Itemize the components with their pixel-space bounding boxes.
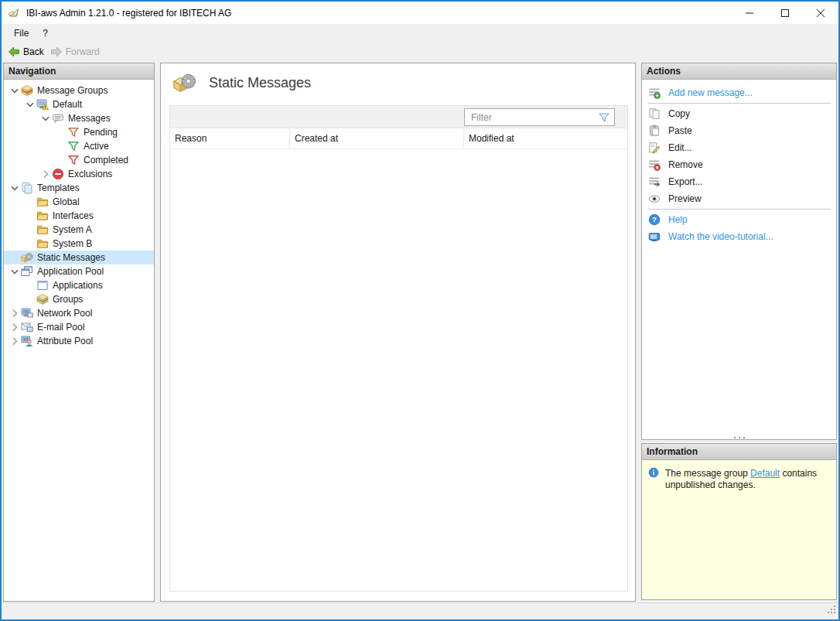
tree-item-global[interactable]: Global: [4, 195, 154, 209]
actions-splitter-handle[interactable]: [642, 433, 836, 438]
tree-item-default[interactable]: Default: [4, 97, 154, 111]
tree-item-system-b[interactable]: System B: [4, 237, 154, 251]
tree-item-attribute-pool[interactable]: Attribute Pool: [4, 334, 154, 348]
network-pool-icon: [21, 307, 33, 319]
minimize-button[interactable]: [732, 2, 767, 24]
chevron-spacer: [9, 251, 21, 264]
resize-grip[interactable]: [827, 604, 837, 618]
default-group-link[interactable]: Default: [750, 468, 780, 479]
templates-icon: [21, 182, 33, 194]
action-label: Add new message...: [668, 87, 753, 98]
action-help[interactable]: ?Help: [642, 211, 836, 228]
action-copy[interactable]: Copy: [642, 105, 836, 122]
tree-item-message-groups[interactable]: Message Groups: [4, 84, 154, 97]
static-messages-icon: [21, 251, 33, 264]
action-remove[interactable]: Remove: [642, 156, 836, 173]
folder-icon: [36, 223, 49, 236]
chevron-right-icon[interactable]: [9, 307, 21, 319]
tree-item-pending[interactable]: Pending: [4, 125, 154, 139]
chevron-spacer: [55, 140, 67, 152]
action-add-new-message[interactable]: Add new message...: [642, 84, 836, 101]
chevron-down-icon[interactable]: [9, 182, 21, 194]
close-button[interactable]: [803, 2, 838, 24]
action-label: Export...: [668, 176, 703, 187]
column-header-reason[interactable]: Reason: [170, 128, 289, 148]
tree-item-label: Static Messages: [37, 252, 105, 263]
actions-separator: [647, 209, 831, 210]
chevron-right-icon[interactable]: [9, 321, 21, 333]
navigation-header: Navigation: [4, 63, 154, 80]
funnel-red-icon: [67, 154, 80, 166]
tree-item-label: Exclusions: [68, 169, 112, 179]
filter-input[interactable]: [465, 112, 598, 123]
action-export[interactable]: Export...: [642, 173, 836, 190]
action-label: Preview: [668, 193, 702, 204]
action-label: Help: [668, 214, 688, 225]
information-message: The message group Default contains unpub…: [642, 460, 836, 491]
maximize-button[interactable]: [767, 2, 803, 24]
tree-item-label: System B: [53, 238, 92, 249]
actions-panel: Actions Add new message...CopyPasteEdit.…: [641, 63, 837, 440]
tree-item-label: Pending: [84, 127, 118, 138]
status-bar: [2, 602, 838, 619]
video-icon: [648, 230, 661, 243]
title-bar[interactable]: IBI-aws Admin 1.21.0 - registered for IB…: [2, 2, 838, 24]
window-title: IBI-aws Admin 1.21.0 - registered for IB…: [26, 8, 231, 19]
tree-item-messages[interactable]: Messages: [4, 111, 154, 125]
forward-label: Forward: [66, 46, 100, 57]
action-label: Watch the video-tutorial...: [668, 231, 773, 242]
menu-bar: File ?: [2, 24, 838, 42]
action-paste[interactable]: Paste: [642, 122, 836, 139]
action-edit[interactable]: Edit...: [642, 139, 836, 156]
chevron-spacer: [24, 196, 36, 208]
tree-item-system-a[interactable]: System A: [4, 223, 154, 237]
tree-item-templates[interactable]: Templates: [4, 181, 154, 195]
tree-item-applications[interactable]: Applications: [4, 278, 154, 292]
chevron-right-icon[interactable]: [39, 168, 52, 180]
tree-item-completed[interactable]: Completed: [4, 153, 154, 167]
chevron-down-icon[interactable]: [9, 265, 21, 278]
tree-item-network-pool[interactable]: Network Pool: [4, 306, 154, 320]
client-area: Navigation Message GroupsDefaultMessages…: [2, 61, 838, 602]
forward-button[interactable]: Forward: [49, 44, 104, 60]
applications-icon: [36, 279, 49, 292]
navigation-tree: Message GroupsDefaultMessagesPendingActi…: [4, 80, 154, 348]
tree-item-active[interactable]: Active: [4, 139, 154, 153]
menu-file[interactable]: File: [7, 26, 36, 41]
page-title: Static Messages: [209, 75, 311, 91]
chevron-down-icon[interactable]: [39, 112, 52, 125]
action-watch-the-video-tutorial[interactable]: Watch the video-tutorial...: [642, 228, 836, 245]
funnel-orange-icon: [67, 126, 80, 138]
menu-help[interactable]: ?: [36, 26, 55, 41]
tree-item-groups[interactable]: Groups: [4, 292, 154, 306]
column-header-modified-at[interactable]: Modified at: [463, 128, 627, 148]
info-text-before: The message group: [665, 468, 750, 479]
tree-item-static-messages[interactable]: Static Messages: [4, 251, 154, 264]
back-button[interactable]: Back: [6, 44, 49, 60]
information-panel: Information The message group Default co…: [641, 443, 837, 600]
tree-item-e-mail-pool[interactable]: E-mail Pool: [4, 320, 154, 334]
copy-icon: [648, 107, 661, 120]
chevron-right-icon[interactable]: [9, 335, 21, 347]
folder-icon: [36, 210, 49, 222]
tree-item-label: Global: [53, 196, 80, 207]
column-header-created-at[interactable]: Created at: [289, 128, 463, 148]
tree-item-application-pool[interactable]: Application Pool: [4, 264, 154, 278]
tree-item-label: Messages: [68, 113, 111, 124]
action-label: Paste: [668, 125, 692, 136]
filter-field[interactable]: [464, 108, 615, 126]
tree-item-exclusions[interactable]: Exclusions: [4, 167, 154, 181]
action-preview[interactable]: Preview: [642, 190, 836, 207]
tree-item-label: Templates: [37, 183, 80, 193]
application-pool-icon: [21, 265, 33, 278]
paste-icon: [648, 125, 661, 137]
tree-item-label: Attribute Pool: [37, 336, 93, 346]
tree-item-interfaces[interactable]: Interfaces: [4, 209, 154, 223]
groups-icon: [36, 293, 49, 305]
chevron-down-icon[interactable]: [24, 98, 36, 111]
filter-funnel-icon[interactable]: [598, 111, 610, 124]
tree-item-label: Applications: [53, 280, 103, 291]
back-arrow-icon: [8, 46, 20, 58]
exclusions-icon: [52, 168, 64, 180]
chevron-down-icon[interactable]: [9, 84, 21, 97]
